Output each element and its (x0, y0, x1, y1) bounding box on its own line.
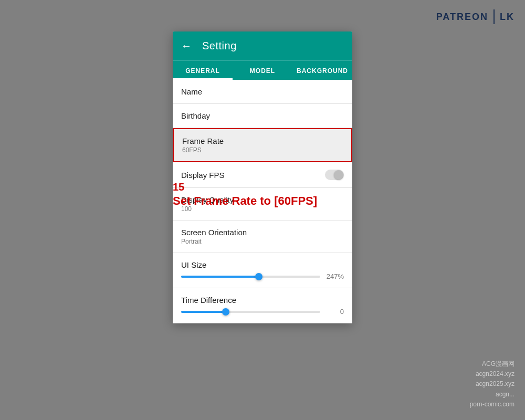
ui-size-slider-fill (181, 276, 259, 278)
watermark: ACG漫画网 acgn2024.xyz acgn2025.xyz acgn...… (470, 359, 514, 410)
toggle-knob (334, 170, 343, 180)
ui-size-slider-row: 247% (181, 272, 344, 280)
setting-ui-size[interactable]: UI Size 247% (173, 253, 352, 288)
tabs-bar: GENERAL MODEL BACKGROUND (173, 60, 352, 80)
branding: PATREON LK (436, 9, 514, 24)
setting-frame-rate[interactable]: Frame Rate 60FPS (173, 128, 352, 162)
watermark-line4: acgn... (470, 390, 514, 400)
setting-name[interactable]: Name (173, 80, 352, 104)
watermark-line5: porn-comic.com (470, 400, 514, 410)
tab-general[interactable]: GENERAL (173, 61, 233, 80)
tab-background[interactable]: BACKGROUND (292, 61, 352, 80)
time-diff-slider-fill (181, 311, 226, 313)
lk-label: LK (500, 12, 514, 23)
setting-display-quality[interactable]: Display Quality 100 (173, 188, 352, 220)
display-fps-toggle[interactable] (325, 170, 344, 180)
watermark-line1: ACG漫画网 (470, 359, 514, 369)
settings-list: Name Birthday Frame Rate 60FPS Display F… (173, 80, 352, 323)
brand-divider (494, 9, 495, 24)
time-diff-slider-track[interactable] (181, 311, 320, 313)
setting-birthday[interactable]: Birthday (173, 104, 352, 128)
time-diff-value: 0 (326, 308, 344, 316)
ui-size-slider-track[interactable] (181, 276, 320, 278)
ui-size-value: 247% (326, 272, 344, 280)
patreon-label: PATREON (436, 12, 488, 23)
time-diff-slider-row: 0 (181, 308, 344, 316)
setting-time-difference[interactable]: Time Difference 0 (173, 288, 352, 323)
display-fps-row: Display FPS (181, 170, 344, 180)
step-number: 15 (173, 181, 184, 193)
header-title: Setting (202, 40, 237, 52)
app-header: ← Setting (173, 32, 352, 60)
watermark-line2: acgn2024.xyz (470, 369, 514, 379)
time-diff-slider-thumb[interactable] (222, 308, 229, 316)
tab-model[interactable]: MODEL (233, 61, 292, 80)
ui-size-slider-thumb[interactable] (255, 273, 262, 280)
watermark-line3: acgn2025.xyz (470, 379, 514, 389)
back-button[interactable]: ← (181, 40, 192, 52)
setting-display-fps[interactable]: Display FPS (173, 162, 352, 188)
setting-screen-orientation[interactable]: Screen Orientation Portrait (173, 220, 352, 253)
settings-app: ← Setting GENERAL MODEL BACKGROUND Name … (173, 32, 352, 323)
